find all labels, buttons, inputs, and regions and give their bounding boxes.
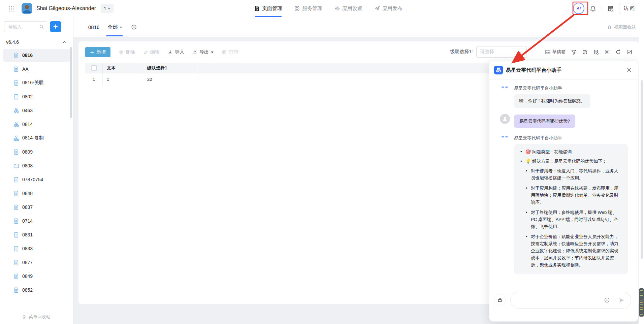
sidebar-item-0802[interactable]: 0802 xyxy=(3,90,70,103)
gear-icon xyxy=(334,6,340,11)
print-button[interactable]: 打印 xyxy=(222,49,238,55)
row-index[interactable]: 1 xyxy=(85,73,103,85)
notification-bell-icon[interactable] xyxy=(590,5,596,12)
add-page-button[interactable] xyxy=(50,21,61,32)
chart-icon[interactable] xyxy=(626,49,632,55)
sidebar-scrollbar[interactable] xyxy=(70,47,72,118)
view-recycle-bin[interactable]: 视图回收站 xyxy=(607,24,636,30)
sidebar-item-07870754[interactable]: 07870754 xyxy=(3,173,70,186)
delete-button[interactable]: 删除 xyxy=(119,49,135,55)
menu-recycle-bin[interactable]: 菜单回收站 xyxy=(0,314,73,320)
sidebar-item-0808[interactable]: 0808 xyxy=(3,159,70,172)
answer-point: 对于终端使用：多终端使用，提供 Web 端、PC 桌面端、APP 端，同时可以集… xyxy=(525,209,622,230)
workspace-dropdown[interactable]: 1 xyxy=(101,4,114,13)
sidebar-item-0816[interactable]: 0816 xyxy=(3,49,70,62)
edit-label: 编辑 xyxy=(150,49,160,55)
sidebar-item-0848[interactable]: 0848 xyxy=(3,187,70,200)
assistant-logo: 易 xyxy=(494,66,503,74)
edit-button[interactable]: 编辑 xyxy=(143,49,160,55)
sidebar-item-label: 0849 xyxy=(22,273,33,279)
page-icon xyxy=(13,191,19,196)
filter-icon[interactable] xyxy=(571,49,577,55)
chevron-down-icon xyxy=(211,52,214,55)
select-all-checkbox[interactable] xyxy=(91,65,97,71)
search-icon[interactable] xyxy=(39,24,44,29)
sidebar-item-0463[interactable]: 0463 xyxy=(3,104,70,117)
send-icon[interactable] xyxy=(618,297,625,303)
chevron-down-icon xyxy=(108,8,110,11)
page-scrollbar-thumb[interactable] xyxy=(641,80,643,259)
avatar[interactable] xyxy=(22,3,32,14)
sidebar-item-label: 0809 xyxy=(22,149,33,155)
page-icon xyxy=(13,177,19,183)
sidebar-item-0849[interactable]: 0849 xyxy=(3,270,70,283)
bot-avatar xyxy=(500,84,510,108)
chat-messages: 易星云零代码平台小助手 嗨，你好！我随时为你答疑解惑。 易星云零代码有哪些优势?… xyxy=(489,79,638,281)
minimap-scrollbar[interactable] xyxy=(639,288,644,317)
chat-input-pill xyxy=(510,292,631,309)
page-icon xyxy=(13,53,19,58)
pencil-icon xyxy=(143,50,148,55)
task-record-icon[interactable] xyxy=(607,5,614,12)
column-header-cascade[interactable]: 级联选择1 xyxy=(143,63,197,73)
tab-page-management[interactable]: 页面管理 xyxy=(254,0,283,17)
chat-input[interactable] xyxy=(517,297,600,303)
sidebar-item-0852[interactable]: 0852 xyxy=(3,284,70,296)
version-group[interactable]: v6.4.6 xyxy=(0,39,73,45)
sidebar-item-0814-copy[interactable]: 0814-复制 xyxy=(3,132,70,144)
sidebar-item-label: 0814 xyxy=(22,122,33,127)
cell-text[interactable]: 1 xyxy=(103,73,143,85)
ai-assistant-button[interactable]: Ai xyxy=(573,3,584,14)
bot-message: 易星云零代码平台小助手 嗨，你好！我随时为你答疑解惑。 xyxy=(500,84,629,108)
cell-cascade[interactable]: 22 xyxy=(143,73,197,85)
sidebar-item-0814[interactable]: 0814 xyxy=(3,118,70,131)
clear-data-icon[interactable] xyxy=(604,49,610,55)
top-bar: Shai Gilgeous-Alexander 1 页面管理 服务管理 应用设置… xyxy=(0,0,644,17)
sidebar-item-0833[interactable]: 0833 xyxy=(3,242,70,255)
page-icon xyxy=(13,80,19,86)
sidebar-item-0831[interactable]: 0831 xyxy=(3,228,70,241)
trash-icon xyxy=(607,25,612,30)
cascade-filter-select[interactable]: 请选择 xyxy=(476,46,527,58)
sidebar-item-label: 0837 xyxy=(22,204,33,210)
sidebar-item-label: 0814-复制 xyxy=(22,135,44,141)
sidebar-item-0809[interactable]: 0809 xyxy=(3,145,70,158)
sort-settings-icon[interactable] xyxy=(582,49,588,55)
view-tab-all[interactable]: 全部 xyxy=(107,17,122,37)
bot-answer-bubble: 🎯问题类型：功能咨询 💡解决方案：易星云零代码的优势如下： 对于使用者：快速入门… xyxy=(514,144,628,274)
page-icon xyxy=(13,66,19,72)
clear-chat-button[interactable] xyxy=(494,294,506,306)
bot-bubble: 嗨，你好！我随时为你答疑解惑。 xyxy=(514,94,590,108)
import-button[interactable]: 导入 xyxy=(168,49,184,55)
visit-button[interactable]: 访 问 xyxy=(619,3,639,14)
apps-grid-icon[interactable] xyxy=(8,6,14,11)
page-icon xyxy=(13,204,19,210)
export-button[interactable]: 导出 xyxy=(192,49,214,55)
add-view-button[interactable] xyxy=(131,24,137,30)
tab-app-settings[interactable]: 应用设置 xyxy=(334,0,363,17)
tab-service-management[interactable]: 服务管理 xyxy=(294,0,323,17)
bot-name: 易星云零代码平台小助手 xyxy=(514,85,590,91)
record-settings-icon[interactable] xyxy=(593,49,599,55)
attach-plus-icon[interactable] xyxy=(604,297,610,303)
hierarchy-icon xyxy=(13,108,19,114)
answer-bullet: 💡解决方案：易星云零代码的优势如下： 对于使用者：快速入门，零代码操作，业务人员… xyxy=(519,158,622,268)
tab-app-publish[interactable]: 应用发布 xyxy=(374,0,403,17)
refresh-icon[interactable] xyxy=(615,49,621,55)
draftbox-button[interactable]: 草稿箱 xyxy=(545,49,566,55)
sidebar-item-0714[interactable]: 0714 xyxy=(3,215,70,227)
add-record-button[interactable]: 新增 xyxy=(85,47,110,57)
bullet-text: 解决方案：易星云零代码的优势如下： xyxy=(532,159,607,164)
cascade-filter-label: 级联选择1: xyxy=(450,49,473,55)
sidebar-item-label: AA xyxy=(22,66,29,72)
search-input[interactable] xyxy=(8,24,39,30)
page-icon xyxy=(13,218,19,224)
sidebar-item-aa[interactable]: AA xyxy=(3,63,70,75)
sidebar-item-0877[interactable]: 0877 xyxy=(3,256,70,269)
column-header-text[interactable]: 文本 xyxy=(103,63,143,73)
chat-header: 易 易星云零代码平台小助手 xyxy=(489,61,638,79)
page-icon xyxy=(13,149,19,155)
sidebar-item-0837[interactable]: 0837 xyxy=(3,201,70,214)
close-icon[interactable] xyxy=(626,67,632,73)
sidebar-item-0816-rel[interactable]: 0816-关联 xyxy=(3,76,70,89)
